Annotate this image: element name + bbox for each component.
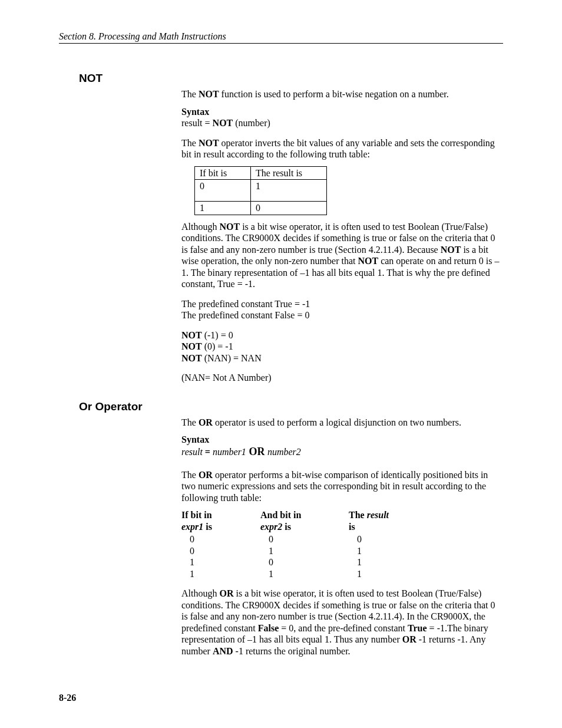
th: And bit in expr2 is — [260, 509, 349, 533]
text: operator performs a bit-wise comparison … — [181, 470, 488, 503]
text: And bit in — [260, 510, 301, 520]
text: NOT — [441, 245, 461, 255]
text: The — [181, 138, 199, 148]
text: NOT — [199, 138, 219, 148]
cell: 0 — [181, 533, 260, 545]
heading-or: Or Operator — [79, 400, 503, 413]
text: Although — [181, 222, 219, 232]
text: operator is used to perform a logical di… — [213, 417, 461, 427]
or-truth-table: If bit in expr1 is And bit in expr2 is T… — [181, 509, 414, 579]
text: NOT — [213, 118, 233, 128]
text: AND — [213, 646, 233, 656]
not-ex1: NOT (-1) = 0 — [181, 330, 500, 341]
text: result — [367, 510, 389, 520]
or-syntax-line: result = number1 OR number2 — [181, 446, 500, 459]
cell: 0 — [260, 533, 349, 545]
cell: 0 — [260, 556, 349, 568]
cell: 0 — [349, 533, 414, 545]
text: The — [349, 510, 367, 520]
text: expr2 — [260, 522, 282, 532]
nan-note: (NAN= Not A Number) — [181, 372, 500, 384]
text: is — [349, 522, 355, 532]
table-row: 1 0 — [195, 202, 327, 215]
text: True — [408, 623, 427, 633]
text: NOT — [181, 330, 202, 340]
cell: 0 — [251, 202, 327, 215]
text: NOT — [199, 89, 219, 99]
cell: 1 — [195, 202, 251, 215]
text: NOT — [181, 353, 202, 363]
cell: 0 — [181, 545, 260, 557]
cell: 1 — [181, 556, 260, 568]
text: expr1 — [181, 522, 203, 532]
text: False — [258, 623, 279, 633]
text: function is used to perform a bit-wise n… — [219, 89, 449, 99]
text: result = — [181, 118, 213, 128]
or-intro: The OR operator is used to perform a log… — [181, 417, 500, 429]
text: The — [181, 89, 199, 99]
cell: If bit is — [195, 166, 251, 180]
table-row: 0 1 — [195, 180, 327, 202]
text: result — [181, 447, 203, 457]
text: = — [203, 447, 213, 457]
text: OR — [219, 588, 233, 598]
const-false: The predefined constant False = 0 — [181, 309, 500, 321]
text: (0) = -1 — [202, 341, 233, 351]
syntax-label: Syntax — [181, 106, 500, 118]
text: (number) — [233, 118, 270, 128]
text: (-1) = 0 — [202, 330, 233, 340]
cell: 1 — [260, 545, 349, 557]
not-p2: The NOT operator inverts the bit values … — [181, 137, 500, 160]
text: number2 — [267, 447, 301, 457]
page-number: 8-26 — [59, 693, 76, 703]
table-row: If bit in expr1 is And bit in expr2 is T… — [181, 509, 414, 533]
text: is — [282, 522, 291, 532]
page: Section 8. Processing and Math Instructi… — [0, 0, 562, 728]
cell: 1 — [251, 180, 327, 202]
th: If bit in expr1 is — [181, 509, 260, 533]
text: If bit in — [181, 510, 212, 520]
or-p3: Although OR is a bit wise operator, it i… — [181, 588, 500, 657]
text: operator inverts the bit values of any v… — [181, 138, 495, 160]
text: OR — [246, 446, 267, 457]
not-body: The NOT function is used to perform a bi… — [181, 88, 500, 384]
or-p2: The OR operator performs a bit-wise comp… — [181, 469, 500, 504]
not-ex3: NOT (NAN) = NAN — [181, 353, 500, 364]
table-row: 1 0 1 — [181, 556, 414, 568]
table-row: 0 1 1 — [181, 545, 414, 557]
cell: 1 — [349, 556, 414, 568]
cell: 1 — [181, 568, 260, 580]
text: number1 — [213, 447, 246, 457]
cell: The result is — [251, 166, 327, 180]
text: = 0, and the pre-defined constant — [279, 623, 408, 633]
heading-not: NOT — [79, 72, 503, 85]
text: NOT — [219, 222, 240, 232]
or-body: The OR operator is used to perform a log… — [181, 417, 500, 657]
not-p3: Although NOT is a bit wise operator, it … — [181, 221, 500, 290]
const-true: The predefined constant True = -1 — [181, 298, 500, 310]
text: -1 returns the original number. — [233, 646, 351, 656]
table-row: 0 0 0 — [181, 533, 414, 545]
cell: 0 — [195, 180, 251, 202]
text: The — [181, 470, 199, 480]
not-intro: The NOT function is used to perform a bi… — [181, 88, 500, 100]
not-ex2: NOT (0) = -1 — [181, 341, 500, 353]
text: Although — [181, 588, 219, 598]
cell: 1 — [349, 545, 414, 557]
syntax-label: Syntax — [181, 434, 500, 446]
text: OR — [199, 417, 213, 427]
text: is — [203, 522, 212, 532]
cell: 1 — [349, 568, 414, 580]
text: (NAN) = NAN — [202, 353, 262, 363]
text: OR — [402, 634, 416, 644]
cell: 1 — [260, 568, 349, 580]
text: OR — [199, 470, 213, 480]
running-header: Section 8. Processing and Math Instructi… — [59, 31, 503, 44]
table-row: If bit is The result is — [195, 166, 327, 180]
th: The result is — [349, 509, 414, 533]
table-row: 1 1 1 — [181, 568, 414, 580]
text: NOT — [181, 341, 202, 351]
text: NOT — [358, 256, 378, 266]
not-syntax-line: result = NOT (number) — [181, 117, 500, 129]
not-truth-table: If bit is The result is 0 1 1 0 — [194, 166, 327, 215]
